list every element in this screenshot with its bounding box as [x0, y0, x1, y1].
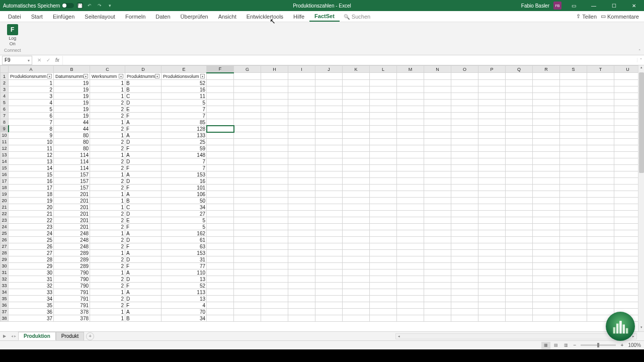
- cell-A36[interactable]: 35: [9, 302, 54, 309]
- cell-I25[interactable]: [288, 230, 315, 237]
- header-cell[interactable]: Datumsnumm: [54, 73, 90, 80]
- cell-U12[interactable]: [614, 145, 641, 152]
- cell-D3[interactable]: B: [125, 86, 162, 93]
- cell-A21[interactable]: 20: [9, 204, 54, 211]
- cell-M8[interactable]: [397, 119, 424, 126]
- cell-Q22[interactable]: [506, 211, 533, 217]
- cell-U18[interactable]: [614, 185, 641, 191]
- cell-N22[interactable]: [424, 211, 451, 217]
- cell-C33[interactable]: 2: [90, 283, 125, 289]
- maximize-icon[interactable]: ☐: [606, 1, 622, 11]
- cell-L23[interactable]: [370, 217, 397, 224]
- cell-M27[interactable]: [397, 243, 424, 250]
- ribbon-tab-überprüfen[interactable]: Überprüfen: [176, 11, 213, 22]
- cell-H3[interactable]: [261, 86, 288, 93]
- cell-K33[interactable]: [343, 283, 370, 289]
- cell-F4[interactable]: [207, 93, 234, 100]
- cell-G14[interactable]: [234, 158, 261, 165]
- cell-F15[interactable]: [207, 165, 234, 171]
- cell-Q11[interactable]: [506, 139, 533, 145]
- cell-C37[interactable]: 1: [90, 309, 125, 315]
- cell-Q8[interactable]: [506, 119, 533, 126]
- cell-J30[interactable]: [315, 263, 343, 269]
- cell-Q25[interactable]: [506, 230, 533, 237]
- cell-P37[interactable]: [478, 309, 506, 315]
- cell-D22[interactable]: D: [125, 211, 162, 217]
- cell-T21[interactable]: [587, 204, 614, 211]
- cell-I21[interactable]: [288, 204, 315, 211]
- cell-R33[interactable]: [533, 283, 560, 289]
- cell-A30[interactable]: 29: [9, 263, 54, 269]
- row-header-3[interactable]: 3: [1, 86, 9, 93]
- row-header-2[interactable]: 2: [1, 80, 9, 86]
- cell-N17[interactable]: [424, 178, 451, 185]
- cell-E28[interactable]: 153: [162, 250, 207, 256]
- cell-H18[interactable]: [261, 185, 288, 191]
- tell-me-search[interactable]: Suchen: [340, 14, 374, 20]
- cell-P29[interactable]: [478, 256, 506, 263]
- cell-G31[interactable]: [234, 269, 261, 276]
- cell-E34[interactable]: 113: [162, 289, 207, 296]
- cell-I14[interactable]: [288, 158, 315, 165]
- cell[interactable]: [234, 73, 261, 80]
- collapse-ribbon-icon[interactable]: ˄: [638, 49, 641, 54]
- cell-G25[interactable]: [234, 230, 261, 237]
- cell[interactable]: [370, 73, 397, 80]
- cell-U25[interactable]: [614, 230, 641, 237]
- cell-L32[interactable]: [370, 276, 397, 283]
- horizontal-scrollbar[interactable]: ◂ ▸: [395, 333, 637, 339]
- cell-A34[interactable]: 33: [9, 289, 54, 296]
- cell-R26[interactable]: [533, 237, 560, 243]
- col-header-U[interactable]: U: [614, 66, 641, 73]
- cell-E23[interactable]: 5: [162, 217, 207, 224]
- cell-L25[interactable]: [370, 230, 397, 237]
- cell-P13[interactable]: [478, 152, 506, 158]
- cell-N20[interactable]: [424, 198, 451, 204]
- cell-Q19[interactable]: [506, 191, 533, 198]
- cell-H9[interactable]: [261, 126, 288, 132]
- cell-E15[interactable]: 7: [162, 165, 207, 171]
- row-header-33[interactable]: 33: [1, 283, 9, 289]
- formula-input[interactable]: [62, 56, 637, 65]
- row-header-26[interactable]: 26: [1, 237, 9, 243]
- cell-D19[interactable]: A: [125, 191, 162, 198]
- cell-F27[interactable]: [207, 243, 234, 250]
- cell-Q12[interactable]: [506, 145, 533, 152]
- cell-D4[interactable]: C: [125, 93, 162, 100]
- cell-D25[interactable]: A: [125, 230, 162, 237]
- cell-R13[interactable]: [533, 152, 560, 158]
- cell-S29[interactable]: [560, 256, 587, 263]
- cell-K30[interactable]: [343, 263, 370, 269]
- cell-I9[interactable]: [288, 126, 315, 132]
- cell-F14[interactable]: [207, 158, 234, 165]
- cell-N30[interactable]: [424, 263, 451, 269]
- row-header-12[interactable]: 12: [1, 145, 9, 152]
- cell-J35[interactable]: [315, 296, 343, 302]
- cell-A15[interactable]: 14: [9, 165, 54, 171]
- cell-R22[interactable]: [533, 211, 560, 217]
- cell-C7[interactable]: 2: [90, 113, 125, 119]
- cell-I35[interactable]: [288, 296, 315, 302]
- name-box[interactable]: F9: [2, 56, 32, 65]
- cell-N12[interactable]: [424, 145, 451, 152]
- cell-H8[interactable]: [261, 119, 288, 126]
- cell-M33[interactable]: [397, 283, 424, 289]
- cell-N14[interactable]: [424, 158, 451, 165]
- cell-C25[interactable]: 1: [90, 230, 125, 237]
- cell-J23[interactable]: [315, 217, 343, 224]
- ribbon-display-icon[interactable]: ▭: [566, 1, 582, 11]
- cell-G26[interactable]: [234, 237, 261, 243]
- cell[interactable]: [560, 73, 587, 80]
- cell-N38[interactable]: [424, 315, 451, 322]
- cell-J11[interactable]: [315, 139, 343, 145]
- cell-G2[interactable]: [234, 80, 261, 86]
- cell-D24[interactable]: F: [125, 224, 162, 230]
- ribbon-tab-formeln[interactable]: Formeln: [120, 11, 150, 22]
- row-header-18[interactable]: 18: [1, 185, 9, 191]
- cell-E13[interactable]: 148: [162, 152, 207, 158]
- cell-C24[interactable]: 2: [90, 224, 125, 230]
- cell-G23[interactable]: [234, 217, 261, 224]
- cell-D34[interactable]: A: [125, 289, 162, 296]
- cell-U15[interactable]: [614, 165, 641, 171]
- cell-M31[interactable]: [397, 269, 424, 276]
